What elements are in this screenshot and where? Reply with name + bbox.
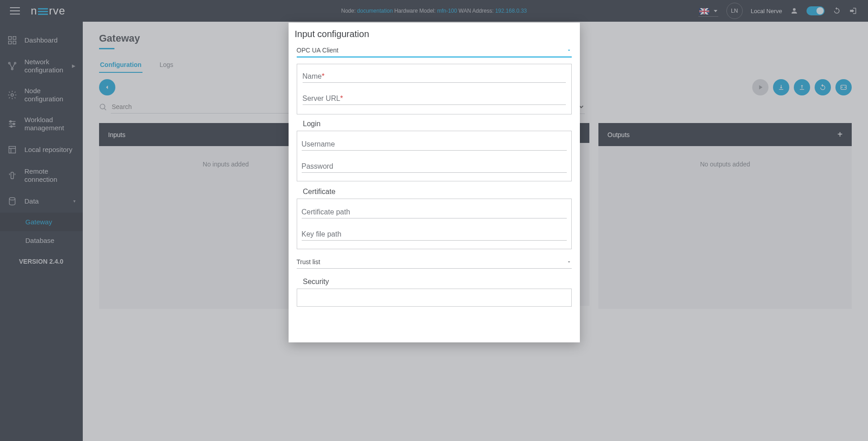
name-label: Name — [303, 72, 322, 80]
username-field[interactable]: Username — [302, 140, 567, 151]
keypath-label: Key file path — [302, 230, 342, 238]
chevron-down-icon — [566, 259, 572, 265]
input-type-value: OPC UA Client — [297, 47, 339, 54]
trustlist-select[interactable]: Trust list — [297, 256, 572, 269]
name-field[interactable]: Name* — [303, 72, 566, 83]
username-label: Username — [302, 140, 335, 148]
chevron-down-icon — [566, 47, 572, 53]
input-type-select[interactable]: OPC UA Client — [297, 44, 572, 57]
password-field[interactable]: Password — [302, 162, 567, 173]
certpath-label: Certificate path — [302, 208, 351, 216]
password-label: Password — [302, 162, 333, 170]
basic-fields-box: Name* Server URL* — [297, 64, 572, 114]
modal-title: Input configuration — [289, 23, 580, 44]
security-box — [297, 289, 572, 307]
certificate-box: Certificate path Key file path — [297, 199, 572, 249]
input-config-modal: Input configuration OPC UA Client Name* … — [289, 23, 580, 342]
login-group-title: Login — [303, 120, 570, 128]
trustlist-label: Trust list — [297, 258, 320, 266]
server-url-field[interactable]: Server URL* — [303, 95, 566, 105]
login-box: Username Password — [297, 131, 572, 181]
certpath-field[interactable]: Certificate path — [302, 208, 567, 218]
modal-body: OPC UA Client Name* Server URL* Login Us… — [289, 44, 580, 342]
certificate-group-title: Certificate — [303, 188, 570, 196]
keypath-field[interactable]: Key file path — [302, 230, 567, 241]
security-group-title: Security — [303, 278, 570, 286]
server-url-label: Server URL — [303, 95, 341, 102]
